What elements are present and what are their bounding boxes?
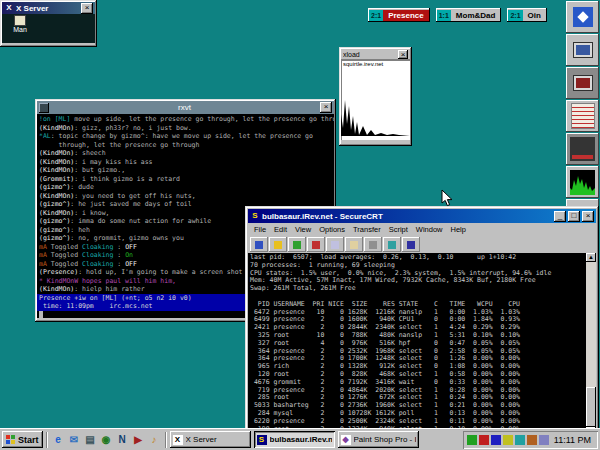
task-label: Paint Shop Pro - Im...: [354, 435, 416, 444]
task-button[interactable]: S bulbasaur.iRev.net...: [254, 431, 335, 448]
menu-item[interactable]: Window: [412, 225, 447, 234]
rxvt-close-button[interactable]: ×: [320, 102, 332, 113]
help-icon[interactable]: [402, 237, 420, 252]
clock[interactable]: 11:11 PM: [551, 435, 594, 445]
task-icon: ◆: [341, 435, 351, 445]
irc-line: (KindMOn): but gizmo.,: [39, 166, 332, 175]
taskbar-divider-2: [165, 432, 167, 448]
irc-line: through, let the presence go through: [39, 141, 332, 150]
vertical-scrollbar[interactable]: ▲ ▼: [586, 253, 596, 436]
dock-app-icon[interactable]: [566, 1, 599, 33]
notify-count-badge: 2:1: [508, 10, 522, 21]
show-desktop-icon[interactable]: ▤: [83, 432, 98, 447]
notify-window-momdad[interactable]: 1:1 Mom&Dad: [436, 8, 502, 22]
notify-count-badge: 2:1: [369, 10, 383, 21]
dock-monitor-red-icon[interactable]: [566, 67, 599, 99]
tray-icon-7[interactable]: [539, 435, 549, 445]
windows-logo-icon: [6, 435, 15, 444]
taskbar: Start e✉▤◉N▶♪ X X Server S bulbasaur.iRe…: [0, 428, 600, 450]
tray-icon-1[interactable]: [467, 435, 477, 445]
xload-graph: [341, 94, 410, 140]
xserver-close-button[interactable]: ×: [81, 3, 93, 14]
scrollbar-thumb[interactable]: [586, 387, 596, 427]
xload-canvas: squirtle.irev.net: [341, 60, 410, 140]
close-button[interactable]: ×: [582, 211, 594, 222]
toolbar: [248, 236, 596, 253]
music-icon[interactable]: ♪: [147, 432, 162, 447]
find-icon[interactable]: [383, 237, 401, 252]
connect-icon[interactable]: [250, 237, 268, 252]
mail-icon[interactable]: ✉: [67, 432, 82, 447]
scrollbar-track[interactable]: [586, 262, 596, 427]
notify-window-presence[interactable]: 2:1 Presence: [368, 8, 430, 22]
ssh-terminal[interactable]: last pid: 6507; load averages: 0.26, 0.1…: [248, 253, 586, 436]
irc-line: (Grommit): i think gizmo is a retard: [39, 175, 332, 184]
securecrt-icon: S: [250, 211, 260, 221]
xman-icon: [15, 16, 25, 25]
dock-load-graph: [570, 170, 595, 195]
terminal-line: Swap: 261M Total, 261M Free: [250, 285, 584, 293]
irc-line: (KindMOn): sheech: [39, 149, 332, 158]
dock-monitor-icon[interactable]: [566, 34, 599, 66]
quick-connect-icon[interactable]: [269, 237, 287, 252]
minimize-button[interactable]: _: [554, 211, 566, 222]
dock-graph-icon[interactable]: [566, 166, 599, 198]
channels-icon[interactable]: ◉: [99, 432, 114, 447]
xload-close-button[interactable]: ×: [398, 50, 408, 59]
xserver-title: X Server: [16, 4, 79, 13]
rxvt-sysmenu-icon[interactable]: [39, 103, 49, 113]
taskbar-divider: [46, 432, 48, 448]
dock-notes-icon[interactable]: [566, 100, 599, 132]
task-label: X Server: [186, 435, 217, 444]
system-tray: 11:11 PM: [463, 431, 598, 449]
media-player-icon[interactable]: ▶: [131, 432, 146, 447]
paste-icon[interactable]: [345, 237, 363, 252]
notify-window-oin[interactable]: 2:1 Oin: [507, 8, 546, 22]
menu-item[interactable]: Help: [447, 225, 470, 234]
task-button[interactable]: X X Server: [170, 431, 251, 448]
scroll-up-icon[interactable]: ▲: [586, 253, 596, 262]
rxvt-title: rxvt: [51, 103, 318, 112]
xload-window: xload × squirtle.irev.net: [339, 47, 412, 146]
tray-icon-5[interactable]: [515, 435, 525, 445]
securecrt-titlebar[interactable]: S bulbasaur.iRev.net - SecureCRT _ □ ×: [248, 209, 596, 223]
side-dock: [566, 1, 599, 231]
menu-item[interactable]: Script: [385, 225, 412, 234]
menu-item[interactable]: File: [250, 225, 270, 234]
task-icon: S: [257, 435, 267, 445]
menu-item[interactable]: Edit: [270, 225, 291, 234]
print-icon[interactable]: [364, 237, 382, 252]
tray-icon-4[interactable]: [503, 435, 513, 445]
irc-line: (KindMOn): gizz, ph33r? no, i just bow.: [39, 124, 332, 133]
xserver-window: X X Server × Man: [0, 0, 97, 47]
rxvt-titlebar[interactable]: rxvt ×: [37, 101, 334, 114]
maximize-button[interactable]: □: [568, 211, 580, 222]
irc-line: (KindMOn): you need to get off his nuts,: [39, 192, 332, 201]
x-server-icon: X: [4, 3, 14, 13]
task-button[interactable]: ◆ Paint Shop Pro - Im...: [338, 431, 419, 448]
tray-icon-3[interactable]: [491, 435, 501, 445]
session-properties-icon[interactable]: [288, 237, 306, 252]
netscape-icon[interactable]: N: [115, 432, 130, 447]
tray-icon-2[interactable]: [479, 435, 489, 445]
tray-icon-6[interactable]: [527, 435, 537, 445]
irc-line: !on [ML] move up side, let the presence …: [39, 115, 332, 124]
xserver-root: Man: [2, 14, 95, 43]
copy-icon[interactable]: [326, 237, 344, 252]
internet-explorer-icon[interactable]: e: [51, 432, 66, 447]
notify-title[interactable]: Oin: [523, 10, 546, 21]
xman-desktop-icon[interactable]: Man: [7, 16, 33, 34]
disconnect-icon[interactable]: [307, 237, 325, 252]
xserver-titlebar[interactable]: X X Server ×: [2, 2, 95, 14]
notify-title[interactable]: Mom&Dad: [451, 10, 501, 21]
menu-item[interactable]: Options: [315, 225, 349, 234]
quick-launch: e✉▤◉N▶♪: [51, 432, 162, 447]
start-button[interactable]: Start: [2, 431, 43, 448]
notify-windows: 2:1 Presence 1:1 Mom&Dad 2:1 Oin: [368, 8, 547, 22]
menu-item[interactable]: View: [291, 225, 315, 234]
dock-status-icon[interactable]: [566, 133, 599, 165]
menu-item[interactable]: Transfer: [349, 225, 385, 234]
notify-title[interactable]: Presence: [383, 10, 429, 21]
xload-titlebar[interactable]: xload ×: [341, 49, 410, 60]
task-icon: X: [173, 435, 183, 445]
